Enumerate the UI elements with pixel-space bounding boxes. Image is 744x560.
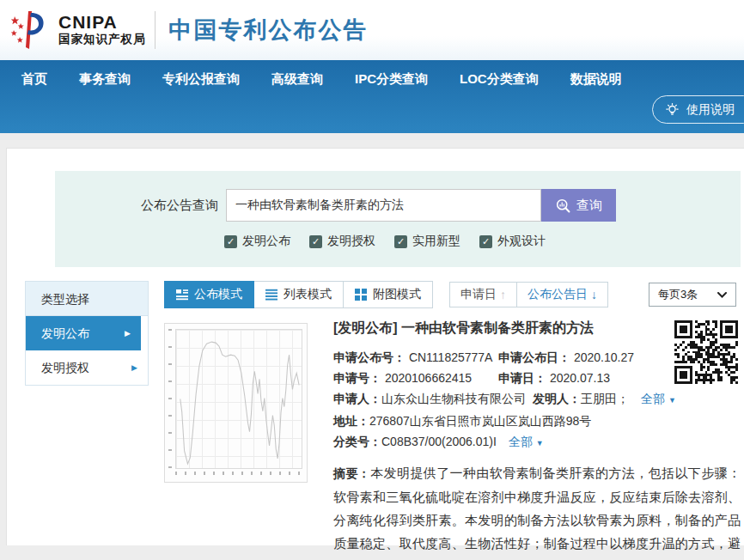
results-toolbar: 公布模式 列表模式 附图模式 申请日 ↑ [164, 281, 741, 308]
sidebar-item-invention-publication[interactable]: 发明公布 ▶ [26, 316, 141, 350]
checkbox-label: 发明授权 [327, 234, 375, 249]
more-label: 全部 [509, 435, 533, 448]
header-divider [155, 11, 156, 49]
tab-label: 公布模式 [194, 287, 242, 302]
nav-item-loc-query[interactable]: LOC分类查询 [460, 71, 539, 88]
query-button[interactable]: 查询 [541, 189, 616, 222]
search-panel: 公布公告查询 查询 ✓ 发明公布 ✓ 发明授权 ✓ 实 [55, 171, 741, 267]
applicant-name: 山东众山生物科技有限公司 [381, 388, 526, 411]
tab-label: 附图模式 [373, 287, 421, 302]
results-area: 公布模式 列表模式 附图模式 申请日 ↑ [164, 281, 741, 560]
nav-item-transaction-query[interactable]: 事务查询 [79, 71, 131, 88]
sidebar-title: 类型选择 [26, 282, 148, 316]
nav-item-gazette-query[interactable]: 专利公报查询 [162, 71, 240, 88]
tab-list-mode[interactable]: 列表模式 [253, 281, 344, 308]
arrow-up-icon: ↑ [500, 288, 506, 301]
sort-label: 公布公告日 [528, 287, 588, 302]
page-size-select[interactable]: 每页3条 [649, 283, 736, 307]
application-number: 2020106662415 [385, 371, 472, 385]
checkbox-invention-grant[interactable]: ✓ 发明授权 [309, 234, 375, 249]
thumbnail-x-axis-ticks [175, 472, 302, 477]
checkbox-checked-icon: ✓ [394, 235, 407, 248]
figure-thumbnail[interactable] [164, 323, 308, 483]
field-label: 地址： [333, 411, 369, 431]
sort-group: 申请日 ↑ 公布公告日 ↓ [449, 282, 608, 307]
caret-down-icon: ▼ [536, 439, 544, 447]
page-size-value: 每页3条 [658, 287, 698, 302]
checkbox-label: 发明公布 [242, 234, 290, 249]
arrow-down-icon: ↓ [591, 288, 597, 301]
caret-right-icon: ▶ [125, 316, 131, 350]
sidebar-item-label: 发明授权 [41, 361, 89, 374]
publication-date: 2020.10.27 [574, 350, 634, 364]
sidebar-item-invention-grant[interactable]: 发明授权 ▶ [26, 350, 148, 385]
checkbox-checked-icon: ✓ [479, 235, 492, 248]
site-header: CNIPA 国家知识产权局 中国专利公布公告 [0, 0, 744, 60]
classification-more-link[interactable]: 全部 ▼ [509, 431, 544, 453]
field-row: 申请人： 山东众山生物科技有限公司 发明人： 王朋田； 全部 ▼ [333, 388, 741, 411]
query-button-label: 查询 [576, 198, 602, 214]
tab-figure-mode[interactable]: 附图模式 [343, 281, 433, 308]
page-title: 中国专利公布公告 [169, 15, 369, 46]
checkbox-label: 外观设计 [497, 234, 546, 249]
caret-right-icon: ▶ [131, 350, 137, 385]
result-type-badge: [发明公布] [333, 320, 398, 335]
thumbnail-y-axis-ticks [168, 329, 173, 469]
usage-help-label: 使用说明 [686, 102, 735, 118]
sidebar-item-label: 发明公布 [41, 326, 89, 340]
sort-by-application-date[interactable]: 申请日 ↑ [450, 283, 516, 307]
checkbox-utility-model[interactable]: ✓ 实用新型 [394, 234, 460, 249]
field-row: 分类号： C08B37/00(2006.01)I 全部 ▼ [333, 431, 741, 453]
nav-item-home[interactable]: 首页 [21, 71, 47, 88]
abstract-text: 本发明提供了一种由软骨素制备类肝素的方法，包括以下步骤：软骨素和三氧化硫吡啶在溶… [333, 466, 741, 560]
page-container: 公布公告查询 查询 ✓ 发明公布 ✓ 发明授权 ✓ 实 [6, 148, 744, 545]
field-label: 发明人： [533, 388, 581, 411]
abstract-label: 摘要： [333, 466, 370, 480]
result-item: [发明公布] 一种由软骨素制备类肝素的方法 申请公布号： CN111825777… [164, 320, 741, 560]
search-chart-icon [555, 198, 571, 214]
applicant-address: 276807山东省日照市岚山区岚山西路98号 [369, 411, 591, 431]
checkbox-design[interactable]: ✓ 外观设计 [479, 234, 546, 249]
detail-view-icon [176, 289, 188, 301]
nav-item-data-notes[interactable]: 数据说明 [570, 71, 622, 88]
field-label: 分类号： [333, 431, 381, 453]
checkbox-checked-icon: ✓ [309, 235, 322, 248]
nav-item-advanced-query[interactable]: 高级查询 [271, 71, 323, 88]
more-label: 全部 [641, 392, 665, 405]
spectrum-plot [175, 329, 302, 469]
caret-down-icon: ▼ [668, 396, 676, 405]
tab-publication-mode[interactable]: 公布模式 [164, 281, 254, 308]
sort-by-publication-date[interactable]: 公布公告日 ↓ [516, 283, 607, 307]
search-input[interactable] [226, 189, 541, 222]
tab-label: 列表模式 [284, 287, 332, 302]
publication-number: CN111825777A [409, 350, 493, 364]
application-date: 2020.07.13 [550, 371, 610, 385]
field-label: 申请人： [333, 388, 381, 411]
main-nav: 首页 事务查询 专利公报查询 高级查询 IPC分类查询 LOC分类查询 数据说明… [0, 60, 744, 133]
checkbox-label: 实用新型 [412, 234, 460, 249]
lightbulb-icon [665, 102, 680, 117]
cnipa-logo[interactable]: CNIPA 国家知识产权局 [9, 8, 146, 52]
inventor-name: 王朋田； [581, 388, 629, 411]
nav-item-ipc-query[interactable]: IPC分类查询 [355, 71, 428, 88]
field-label: 申请日： [498, 371, 546, 385]
grid-view-icon [355, 289, 367, 301]
field-label: 申请号： [333, 371, 381, 385]
checkbox-invention-publication[interactable]: ✓ 发明公布 [224, 234, 290, 249]
field-row: 地址： 276807山东省日照市岚山区岚山西路98号 [333, 411, 741, 431]
logo-text-cn: 国家知识产权局 [58, 32, 146, 47]
spectrum-curve [180, 342, 299, 464]
type-filter-sidebar: 类型选择 发明公布 ▶ 发明授权 ▶ [25, 281, 149, 386]
abstract-paragraph: 摘要：本发明提供了一种由软骨素制备类肝素的方法，包括以下步骤：软骨素和三氧化硫吡… [333, 461, 741, 560]
logo-text-en: CNIPA [58, 13, 146, 32]
result-title-text: 一种由软骨素制备类肝素的方法 [401, 320, 594, 335]
field-label: 申请公布号： [333, 350, 406, 364]
inventor-more-link[interactable]: 全部 ▼ [641, 388, 676, 411]
cnipa-logo-icon [9, 8, 53, 52]
usage-help-button[interactable]: 使用说明 [652, 95, 744, 124]
field-label: 申请公布日： [498, 350, 570, 364]
chevron-down-icon [717, 292, 727, 298]
qr-code [674, 320, 739, 385]
search-label: 公布公告查询 [141, 198, 218, 214]
list-view-icon [265, 289, 277, 301]
